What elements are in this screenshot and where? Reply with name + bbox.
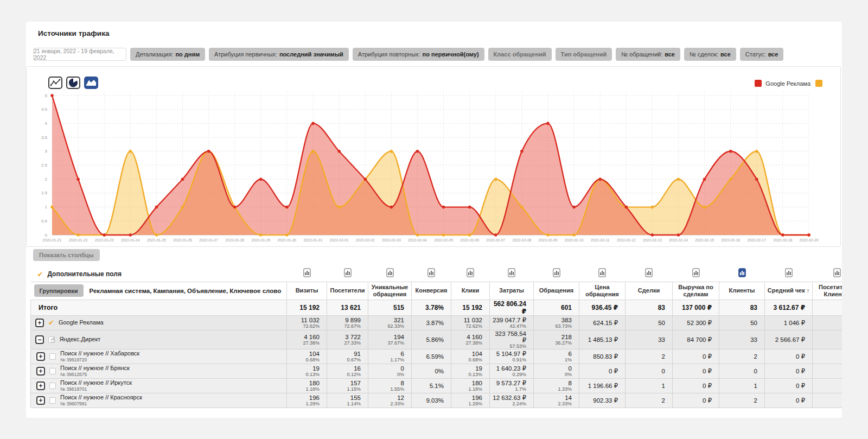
metric-percent: 0.29%: [490, 372, 526, 377]
filter-button[interactable]: № обращений:все: [616, 48, 680, 61]
column-header[interactable]: Выручка по сделкам: [673, 282, 719, 300]
svg-text:2022-01-29: 2022-01-29: [251, 238, 270, 242]
column-header[interactable]: Обращения: [534, 282, 579, 300]
column-chart-icon[interactable]: [303, 268, 311, 279]
metric-value: 194: [368, 334, 404, 340]
filter-button[interactable]: Статус:все: [740, 48, 784, 61]
metric-percent: 72.62%: [451, 323, 482, 329]
column-chart-icon[interactable]: [508, 268, 515, 279]
totals-value: 3 612.67 ₽: [765, 300, 813, 315]
column-header[interactable]: Посетители: [327, 282, 368, 300]
column-chart-icon[interactable]: [386, 268, 394, 279]
column-header[interactable]: Клики: [451, 282, 490, 300]
filter-button[interactable]: Тип обращений: [556, 48, 612, 61]
metric-value: 239 047.7 ₽: [490, 317, 526, 323]
date-range-input[interactable]: 21 января, 2022 - 19 февраля, 2022: [33, 48, 126, 61]
expand-button[interactable]: +: [35, 319, 44, 327]
metric-value: 0 ₽: [673, 368, 712, 374]
column-header[interactable]: Средний чек ↑: [765, 282, 813, 300]
column-chart-icon[interactable]: [344, 268, 352, 279]
campaign-number: № 39607991: [60, 401, 142, 406]
column-header[interactable]: Сделки: [626, 282, 673, 300]
totals-value: 137 000 ₽: [673, 300, 719, 315]
metric-value: 2: [626, 397, 665, 404]
row-checkbox[interactable]: [49, 397, 56, 404]
column-chart-icon[interactable]: [738, 268, 746, 279]
row-name: Поиск // нужное // Брянск№ 39612675: [60, 365, 130, 377]
metric-value: 4 160: [451, 334, 482, 340]
metric-percent: 1.7%: [490, 386, 526, 392]
column-chart-icon[interactable]: [692, 268, 700, 279]
metric-cell: 61%: [534, 349, 579, 364]
expand-button[interactable]: +: [36, 352, 45, 361]
filter-label: № обращений:: [621, 51, 662, 58]
metric-value: 12: [368, 395, 404, 401]
row-checkbox[interactable]: [49, 353, 56, 360]
column-header[interactable]: Визиты: [287, 282, 327, 300]
column-chart-icon[interactable]: [833, 268, 841, 279]
row-title: Google Реклама: [59, 319, 104, 326]
row-title: Поиск // нужное // Красноярск: [60, 394, 142, 401]
metric-percent: 42.47%: [490, 323, 526, 329]
column-chart-icon[interactable]: [427, 268, 435, 279]
metric-percent: 1.18%: [287, 386, 320, 392]
metric-percent: 72.62%: [287, 323, 320, 329]
metric-value: 5.86%: [412, 336, 444, 343]
expand-button[interactable]: +: [36, 367, 45, 376]
expand-button[interactable]: +: [36, 396, 45, 405]
collapse-button[interactable]: −: [35, 335, 44, 344]
metric-value: 84 700 ₽: [673, 336, 712, 343]
svg-text:2022-02-01: 2022-02-01: [330, 238, 349, 242]
filter-button[interactable]: Атрибуция первичных:последний значимый: [209, 48, 349, 61]
svg-text:2022-01-26: 2022-01-26: [173, 238, 192, 242]
column-chart-icon[interactable]: [598, 268, 606, 279]
pie-chart-icon[interactable]: [66, 77, 80, 89]
show-columns-button[interactable]: Показать столбцы: [33, 249, 100, 261]
filter-button[interactable]: Детализация:по дням: [130, 48, 205, 61]
column-chart-icon[interactable]: [785, 268, 793, 279]
svg-text:2022-01-28: 2022-01-28: [225, 238, 244, 242]
metric-value: 6.59%: [412, 353, 444, 360]
column-header[interactable]: Уникальные обращения: [368, 282, 412, 300]
metric-cell: 50: [719, 315, 765, 330]
filter-button[interactable]: Атрибуция повторных:по первичной(ому): [353, 48, 484, 61]
row-title: Поиск // нужное // Брянск: [60, 365, 130, 372]
column-chart-icon[interactable]: [645, 268, 653, 279]
column-chart-icon[interactable]: [553, 268, 560, 279]
extra-fields-toggle[interactable]: ✔Дополнительные поля: [31, 266, 287, 282]
row-title: Поиск // нужное // Иркутск: [60, 379, 132, 386]
expand-button[interactable]: +: [36, 381, 45, 390]
row-checkbox[interactable]: [49, 383, 56, 389]
area-chart-icon[interactable]: [84, 77, 98, 89]
groupings-button[interactable]: Группировки: [34, 284, 84, 297]
column-chart-icon[interactable]: [467, 268, 474, 279]
column-header[interactable]: Конверсия: [412, 282, 451, 300]
svg-text:2022-01-22: 2022-01-22: [69, 238, 88, 242]
totals-label: Итого: [31, 300, 287, 315]
metric-value: 6: [534, 351, 572, 357]
column-header[interactable]: Посетители/ Клиенты: [813, 282, 843, 300]
filter-button[interactable]: № сделок:все: [684, 48, 736, 61]
svg-text:2022-01-31: 2022-01-31: [304, 238, 323, 242]
svg-text:2022-01-24: 2022-01-24: [121, 238, 140, 242]
metric-value: 52 300 ₽: [673, 320, 712, 326]
svg-text:2022-02-03: 2022-02-03: [382, 238, 401, 242]
traffic-sources-card: Источники трафика 21 января, 2022 - 19 ф…: [26, 22, 842, 418]
checkmark-icon[interactable]: ✔: [48, 319, 54, 327]
filter-value: все: [768, 51, 778, 58]
column-header[interactable]: Цена обращения: [579, 282, 626, 300]
filter-value: последний значимый: [279, 51, 343, 58]
metric-percent: 0.13%: [451, 372, 482, 377]
row-checkbox[interactable]: [49, 368, 56, 374]
svg-text:2022-01-21: 2022-01-21: [43, 238, 62, 242]
metric-value: 0 ₽: [579, 368, 618, 374]
metric-value: 323 758,54 ₽: [490, 330, 526, 343]
row-name: Яндекс.Директ: [60, 336, 101, 343]
filter-button[interactable]: Класс обращений: [488, 48, 552, 61]
filter-value: по дням: [175, 51, 200, 58]
column-header[interactable]: Затраты: [490, 282, 534, 300]
line-chart-icon[interactable]: [48, 77, 62, 89]
svg-text:2022-01-23: 2022-01-23: [95, 238, 114, 242]
totals-value: 3.78%: [412, 300, 451, 315]
column-header[interactable]: Клиенты: [719, 282, 765, 300]
